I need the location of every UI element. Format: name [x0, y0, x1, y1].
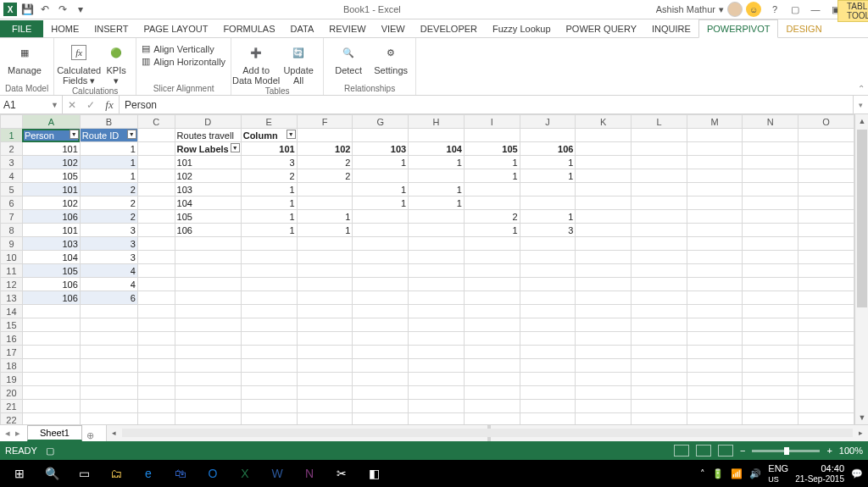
wifi-icon[interactable]: 📶 [731, 468, 743, 479]
cell-H7[interactable] [409, 210, 465, 224]
row-header-3[interactable]: 3 [1, 156, 23, 169]
cell-O7[interactable] [798, 210, 854, 224]
cell-G1[interactable] [353, 129, 409, 142]
cell-B16[interactable] [80, 332, 137, 346]
cell-J2[interactable]: 106 [520, 142, 576, 156]
cell-J16[interactable] [520, 332, 576, 346]
new-sheet-icon[interactable]: ⊕ [82, 430, 99, 441]
horizontal-scrollbar[interactable]: ◂ ▸ [106, 425, 868, 441]
cell-A10[interactable]: 104 [22, 251, 80, 264]
page-layout-view-icon[interactable] [696, 445, 711, 457]
cell-F11[interactable] [297, 264, 353, 278]
cell-J1[interactable] [520, 129, 576, 142]
cell-N20[interactable] [743, 386, 798, 400]
cell-D18[interactable] [175, 359, 241, 373]
cell-J22[interactable] [520, 413, 576, 425]
cell-I22[interactable] [464, 413, 520, 425]
col-header-K[interactable]: K [576, 115, 632, 129]
cell-I6[interactable] [464, 196, 520, 210]
cell-F8[interactable]: 1 [297, 224, 353, 237]
action-center-icon[interactable]: 💬 [851, 468, 863, 479]
cell-A3[interactable]: 102 [22, 156, 80, 169]
cell-F10[interactable] [297, 251, 353, 264]
cell-D5[interactable]: 103 [175, 183, 241, 196]
cell-L3[interactable] [632, 156, 687, 169]
cell-B19[interactable] [80, 373, 137, 386]
expand-formula-bar-icon[interactable]: ▾ [853, 96, 868, 113]
cell-A9[interactable]: 103 [22, 237, 80, 251]
cell-O8[interactable] [798, 224, 854, 237]
volume-icon[interactable]: 🔊 [749, 468, 761, 479]
cell-H19[interactable] [409, 373, 465, 386]
cell-A2[interactable]: 101 [22, 142, 80, 156]
cell-L9[interactable] [632, 237, 687, 251]
cell-A15[interactable] [22, 318, 80, 332]
cell-H2[interactable]: 104 [409, 142, 465, 156]
vertical-scrollbar[interactable]: ▲ ▼ [854, 114, 868, 424]
cell-N22[interactable] [743, 413, 798, 425]
tab-view[interactable]: VIEW [374, 20, 413, 37]
cell-C3[interactable] [137, 156, 175, 169]
cell-F15[interactable] [297, 318, 353, 332]
cell-J20[interactable] [520, 386, 576, 400]
edge-icon[interactable]: e [134, 462, 163, 484]
cell-N21[interactable] [743, 400, 798, 413]
cell-A7[interactable]: 106 [22, 210, 80, 224]
cell-C15[interactable] [137, 318, 175, 332]
cell-F19[interactable] [297, 373, 353, 386]
row-header-17[interactable]: 17 [1, 346, 23, 359]
cell-L5[interactable] [632, 183, 687, 196]
cell-I21[interactable] [464, 400, 520, 413]
cell-J19[interactable] [520, 373, 576, 386]
cell-C6[interactable] [137, 196, 175, 210]
cell-L4[interactable] [632, 169, 687, 183]
tab-power-query[interactable]: POWER QUERY [559, 20, 645, 37]
cell-C4[interactable] [137, 169, 175, 183]
cell-D8[interactable]: 106 [175, 224, 241, 237]
cell-F21[interactable] [297, 400, 353, 413]
outlook-icon[interactable]: O [198, 462, 227, 484]
cell-I13[interactable] [464, 291, 520, 305]
cell-J9[interactable] [520, 237, 576, 251]
tab-powerpivot[interactable]: POWERPIVOT [698, 19, 779, 38]
cell-G19[interactable] [353, 373, 409, 386]
ribbon-display-icon[interactable]: ▢ [788, 4, 802, 15]
cell-H15[interactable] [409, 318, 465, 332]
cell-C5[interactable] [137, 183, 175, 196]
cell-L8[interactable] [632, 224, 687, 237]
cell-O2[interactable] [798, 142, 854, 156]
cell-J3[interactable]: 1 [520, 156, 576, 169]
cell-L10[interactable] [632, 251, 687, 264]
cell-D13[interactable] [175, 291, 241, 305]
cell-I9[interactable] [464, 237, 520, 251]
cell-E19[interactable] [241, 373, 297, 386]
macro-record-icon[interactable]: ▢ [46, 445, 54, 457]
cell-N17[interactable] [743, 346, 798, 359]
cell-I15[interactable] [464, 318, 520, 332]
cell-F14[interactable] [297, 305, 353, 318]
scroll-left-icon[interactable]: ◂ [108, 427, 120, 439]
cell-G6[interactable]: 1 [353, 196, 409, 210]
cell-N16[interactable] [743, 332, 798, 346]
cell-D21[interactable] [175, 400, 241, 413]
cell-O1[interactable] [798, 129, 854, 142]
language-indicator[interactable]: ENGUS [768, 463, 788, 484]
cell-L12[interactable] [632, 278, 687, 291]
cell-D17[interactable] [175, 346, 241, 359]
cell-E17[interactable] [241, 346, 297, 359]
col-header-C[interactable]: C [137, 115, 175, 129]
cell-A17[interactable] [22, 346, 80, 359]
redo-button[interactable]: ↷ [55, 2, 70, 17]
cell-G4[interactable] [353, 169, 409, 183]
cell-O11[interactable] [798, 264, 854, 278]
cell-B7[interactable]: 2 [80, 210, 137, 224]
cell-D10[interactable] [175, 251, 241, 264]
cell-G3[interactable]: 1 [353, 156, 409, 169]
filter-dropdown-icon[interactable]: ▼ [287, 130, 296, 139]
cell-M20[interactable] [687, 386, 743, 400]
cell-A18[interactable] [22, 359, 80, 373]
row-header-11[interactable]: 11 [1, 264, 23, 278]
cell-K4[interactable] [576, 169, 632, 183]
page-break-view-icon[interactable] [718, 445, 733, 457]
cell-K17[interactable] [576, 346, 632, 359]
